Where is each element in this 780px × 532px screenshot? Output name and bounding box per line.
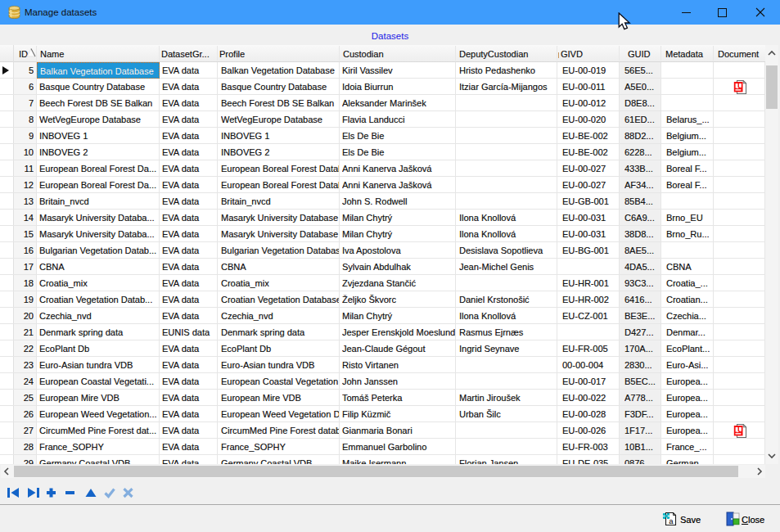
svg-text:a: a bbox=[669, 516, 674, 525]
